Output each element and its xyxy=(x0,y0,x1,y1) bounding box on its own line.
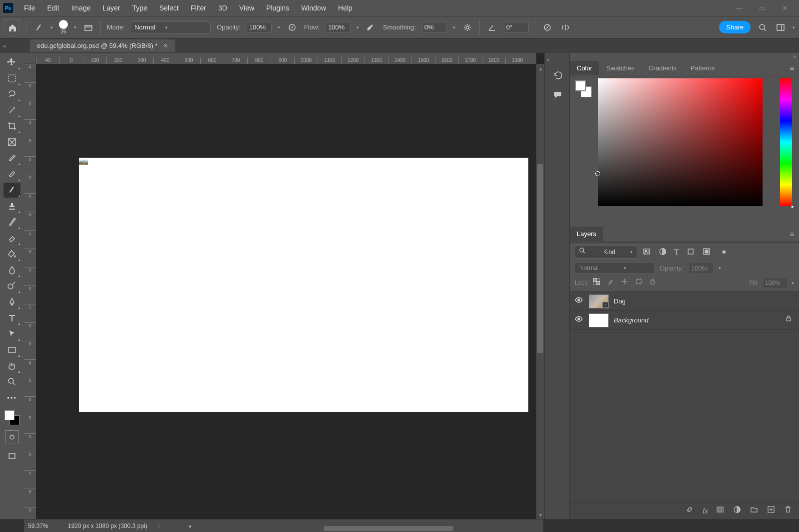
scrollbar-thumb[interactable] xyxy=(324,526,453,531)
panel-menu-button[interactable]: ≡ xyxy=(785,230,799,238)
filter-toggle-switch[interactable] xyxy=(722,250,726,254)
menu-plugins[interactable]: Plugins xyxy=(260,1,295,15)
angle-input[interactable]: 0° xyxy=(504,22,529,33)
vertical-scrollbar[interactable]: ▴ ▾ xyxy=(536,64,544,519)
lock-icon[interactable] xyxy=(785,315,794,325)
chevron-down-icon[interactable]: ▾ xyxy=(792,280,794,285)
layer-opacity-input[interactable]: 100% xyxy=(689,263,714,273)
hand-tool[interactable] xyxy=(3,358,20,373)
crop-tool[interactable] xyxy=(3,119,20,134)
eraser-tool[interactable] xyxy=(3,231,20,246)
angle-icon-button[interactable] xyxy=(486,21,498,33)
gradient-tool[interactable] xyxy=(3,247,20,262)
menu-help[interactable]: Help xyxy=(332,1,359,15)
home-button[interactable] xyxy=(4,19,20,35)
scrollbar-thumb[interactable] xyxy=(537,164,543,353)
flow-input[interactable]: 100% xyxy=(326,22,351,33)
color-field[interactable] xyxy=(598,78,763,206)
color-picker-cursor[interactable] xyxy=(595,171,600,176)
menu-file[interactable]: File xyxy=(18,1,41,15)
group-button[interactable] xyxy=(750,506,759,516)
layer-item[interactable]: ▫ Dog xyxy=(570,292,799,311)
new-layer-button[interactable] xyxy=(767,506,776,516)
dodge-tool[interactable] xyxy=(3,278,20,293)
marquee-tool[interactable] xyxy=(3,71,20,86)
menu-window[interactable]: Window xyxy=(295,1,332,15)
pressure-opacity-button[interactable] xyxy=(286,21,298,33)
lock-artboard-icon[interactable] xyxy=(635,278,644,288)
document-canvas[interactable] xyxy=(79,158,528,412)
menu-edit[interactable]: Edit xyxy=(41,1,65,15)
smoothing-input[interactable]: 0% xyxy=(422,22,447,33)
horizontal-scrollbar[interactable] xyxy=(214,525,535,532)
scroll-left-icon[interactable]: ◂ xyxy=(188,523,191,530)
maximize-button[interactable]: ▭ xyxy=(755,4,769,12)
visibility-toggle[interactable] xyxy=(575,315,584,325)
layer-filter-kind-select[interactable]: Kind ▾ xyxy=(575,246,637,259)
tab-swatches[interactable]: Swatches xyxy=(599,61,641,75)
brush-settings-button[interactable] xyxy=(82,21,94,33)
filter-shape-icon[interactable] xyxy=(686,247,695,258)
filter-adjustment-icon[interactable] xyxy=(658,247,667,258)
zoom-tool[interactable] xyxy=(3,374,20,389)
layer-name[interactable]: Dog xyxy=(614,297,626,305)
close-tab-button[interactable]: ✕ xyxy=(163,42,168,49)
layer-thumbnail[interactable]: ▫ xyxy=(589,294,609,308)
color-fg-bg-mini[interactable] xyxy=(575,80,592,97)
quick-mask-button[interactable] xyxy=(5,430,19,444)
menu-image[interactable]: Image xyxy=(65,1,97,15)
layer-item[interactable]: Background xyxy=(570,311,799,330)
menu-view[interactable]: View xyxy=(233,1,260,15)
scroll-down-icon[interactable]: ▾ xyxy=(537,511,544,518)
path-selection-tool[interactable] xyxy=(3,326,20,341)
foreground-color[interactable] xyxy=(4,410,14,420)
menu-3d[interactable]: 3D xyxy=(212,1,233,15)
color-swatches[interactable] xyxy=(4,410,19,425)
screen-mode-button[interactable] xyxy=(5,449,19,463)
pressure-size-button[interactable] xyxy=(541,21,553,33)
brush-preset-picker[interactable]: 26 xyxy=(59,20,68,34)
tab-layers[interactable]: Layers xyxy=(570,227,603,241)
magic-wand-tool[interactable] xyxy=(3,103,20,118)
edit-toolbar-button[interactable]: ••• xyxy=(3,390,20,405)
hue-slider[interactable] xyxy=(780,78,792,206)
layer-fill-input[interactable]: 100% xyxy=(763,277,788,288)
chevron-down-icon[interactable]: ▾ xyxy=(357,25,359,30)
history-panel-button[interactable] xyxy=(551,69,563,81)
panel-menu-button[interactable]: ≡ xyxy=(785,64,799,72)
chevron-down-icon[interactable]: ▾ xyxy=(278,25,280,30)
frame-tool[interactable] xyxy=(3,135,20,150)
horizontal-ruler[interactable]: 4001002003004005006007008009001000110012… xyxy=(36,53,536,64)
expand-dock-icon[interactable]: « xyxy=(545,57,550,62)
smoothing-options-button[interactable] xyxy=(461,21,473,33)
filter-pixel-icon[interactable] xyxy=(642,247,651,258)
collapse-panels-icon[interactable]: » xyxy=(790,53,799,60)
tab-gradients[interactable]: Gradients xyxy=(641,61,683,75)
status-flyout-icon[interactable]: 〉 xyxy=(157,522,163,530)
layer-mask-button[interactable] xyxy=(716,506,725,516)
pen-tool[interactable] xyxy=(3,294,20,309)
brush-tool[interactable] xyxy=(3,183,20,198)
expand-toolbar-icon[interactable]: » xyxy=(3,43,6,49)
lock-transparency-icon[interactable] xyxy=(593,278,602,288)
menu-select[interactable]: Select xyxy=(153,1,185,15)
airbrush-button[interactable] xyxy=(365,21,377,33)
chevron-down-icon[interactable]: ▾ xyxy=(719,266,721,270)
chevron-down-icon[interactable]: ▾ xyxy=(74,25,76,30)
rectangle-tool[interactable] xyxy=(3,342,20,357)
eyedropper-tool[interactable] xyxy=(3,151,20,166)
delete-layer-button[interactable] xyxy=(784,506,793,516)
scroll-up-icon[interactable]: ▴ xyxy=(537,65,544,72)
vertical-ruler[interactable]: 40030020010001002003004005006 xyxy=(24,64,36,519)
ruler-origin[interactable] xyxy=(24,53,36,64)
link-layers-button[interactable] xyxy=(686,506,695,516)
zoom-level[interactable]: 59.37% xyxy=(28,523,58,530)
menu-filter[interactable]: Filter xyxy=(185,1,212,15)
opacity-input[interactable]: 100% xyxy=(247,22,272,33)
document-tab[interactable]: edu.gcfglobal.org.psd @ 59.4% (RGB/8) * … xyxy=(30,39,175,52)
comments-panel-button[interactable] xyxy=(551,88,563,100)
chevron-down-icon[interactable]: ▾ xyxy=(50,25,53,30)
menu-layer[interactable]: Layer xyxy=(97,1,126,15)
menu-type[interactable]: Type xyxy=(126,1,153,15)
lock-image-icon[interactable] xyxy=(607,278,616,288)
